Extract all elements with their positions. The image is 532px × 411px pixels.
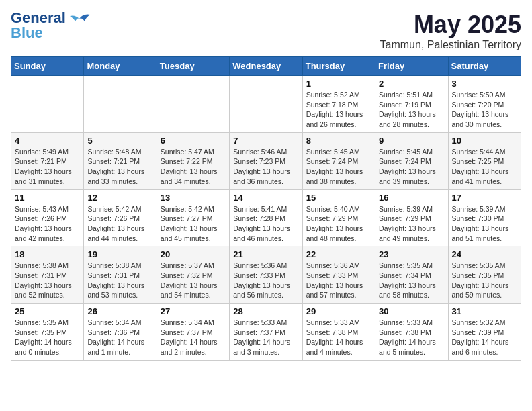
day-number: 15	[306, 193, 371, 203]
day-info: Sunrise: 5:38 AM Sunset: 7:31 PM Dayligh…	[15, 261, 80, 300]
day-number: 17	[452, 193, 517, 203]
day-info: Sunrise: 5:36 AM Sunset: 7:33 PM Dayligh…	[306, 261, 371, 300]
day-info: Sunrise: 5:45 AM Sunset: 7:24 PM Dayligh…	[379, 147, 444, 187]
day-info: Sunrise: 5:51 AM Sunset: 7:19 PM Dayligh…	[379, 90, 444, 130]
day-info: Sunrise: 5:44 AM Sunset: 7:25 PM Dayligh…	[452, 147, 517, 187]
day-info: Sunrise: 5:47 AM Sunset: 7:22 PM Dayligh…	[161, 147, 226, 187]
day-info: Sunrise: 5:32 AM Sunset: 7:39 PM Dayligh…	[452, 318, 517, 357]
day-info: Sunrise: 5:45 AM Sunset: 7:24 PM Dayligh…	[306, 147, 371, 187]
day-number: 29	[306, 306, 371, 316]
day-cell-15: 15Sunrise: 5:40 AM Sunset: 7:29 PM Dayli…	[302, 189, 375, 246]
day-number: 7	[233, 136, 298, 146]
day-cell-5: 5Sunrise: 5:48 AM Sunset: 7:21 PM Daylig…	[84, 132, 157, 189]
day-info: Sunrise: 5:50 AM Sunset: 7:20 PM Dayligh…	[452, 90, 517, 130]
day-info: Sunrise: 5:35 AM Sunset: 7:35 PM Dayligh…	[452, 261, 517, 300]
weekday-header-saturday: Saturday	[448, 57, 521, 76]
weekday-header-thursday: Thursday	[302, 57, 375, 76]
day-number: 18	[15, 249, 80, 259]
week-row-4: 18Sunrise: 5:38 AM Sunset: 7:31 PM Dayli…	[11, 246, 521, 304]
logo-text: GeneralBlue	[11, 11, 66, 40]
day-number: 23	[379, 249, 444, 259]
weekday-header-wednesday: Wednesday	[230, 57, 302, 76]
day-number: 2	[379, 79, 444, 89]
day-cell-4: 4Sunrise: 5:49 AM Sunset: 7:21 PM Daylig…	[11, 132, 84, 189]
day-info: Sunrise: 5:52 AM Sunset: 7:18 PM Dayligh…	[306, 90, 371, 130]
week-row-5: 25Sunrise: 5:35 AM Sunset: 7:35 PM Dayli…	[11, 304, 521, 361]
day-cell-2: 2Sunrise: 5:51 AM Sunset: 7:19 PM Daylig…	[375, 76, 448, 133]
day-info: Sunrise: 5:33 AM Sunset: 7:37 PM Dayligh…	[233, 318, 298, 357]
week-row-1: 1Sunrise: 5:52 AM Sunset: 7:18 PM Daylig…	[11, 76, 521, 133]
day-cell-3: 3Sunrise: 5:50 AM Sunset: 7:20 PM Daylig…	[448, 76, 521, 133]
day-info: Sunrise: 5:46 AM Sunset: 7:23 PM Dayligh…	[233, 147, 298, 187]
day-cell-9: 9Sunrise: 5:45 AM Sunset: 7:24 PM Daylig…	[375, 132, 448, 189]
day-info: Sunrise: 5:36 AM Sunset: 7:33 PM Dayligh…	[233, 261, 298, 300]
calendar-table: SundayMondayTuesdayWednesdayThursdayFrid…	[11, 56, 521, 361]
day-number: 1	[306, 79, 371, 89]
day-cell-18: 18Sunrise: 5:38 AM Sunset: 7:31 PM Dayli…	[11, 246, 84, 304]
location-title: Tammun, Palestinian Territory	[380, 39, 521, 51]
day-cell-22: 22Sunrise: 5:36 AM Sunset: 7:33 PM Dayli…	[302, 246, 375, 304]
weekday-header-tuesday: Tuesday	[157, 57, 229, 76]
day-cell-26: 26Sunrise: 5:34 AM Sunset: 7:36 PM Dayli…	[84, 304, 157, 361]
day-info: Sunrise: 5:35 AM Sunset: 7:35 PM Dayligh…	[15, 318, 80, 357]
day-info: Sunrise: 5:48 AM Sunset: 7:21 PM Dayligh…	[87, 147, 152, 187]
day-cell-12: 12Sunrise: 5:42 AM Sunset: 7:26 PM Dayli…	[84, 189, 157, 246]
day-number: 16	[379, 193, 444, 203]
weekday-header-row: SundayMondayTuesdayWednesdayThursdayFrid…	[11, 57, 521, 76]
logo: GeneralBlue	[11, 11, 91, 40]
weekday-header-sunday: Sunday	[11, 57, 84, 76]
day-cell-17: 17Sunrise: 5:39 AM Sunset: 7:30 PM Dayli…	[448, 189, 521, 246]
day-number: 8	[306, 136, 371, 146]
day-cell-16: 16Sunrise: 5:39 AM Sunset: 7:29 PM Dayli…	[375, 189, 448, 246]
day-info: Sunrise: 5:34 AM Sunset: 7:36 PM Dayligh…	[87, 318, 152, 357]
day-info: Sunrise: 5:39 AM Sunset: 7:30 PM Dayligh…	[452, 204, 517, 244]
day-number: 25	[15, 306, 80, 316]
page-header: GeneralBlue May 2025 Tammun, Palestinian…	[11, 11, 521, 51]
weekday-header-friday: Friday	[375, 57, 448, 76]
day-number: 19	[87, 249, 152, 259]
day-cell-20: 20Sunrise: 5:37 AM Sunset: 7:32 PM Dayli…	[157, 246, 229, 304]
day-number: 12	[87, 193, 152, 203]
day-cell-24: 24Sunrise: 5:35 AM Sunset: 7:35 PM Dayli…	[448, 246, 521, 304]
day-number: 31	[452, 306, 517, 316]
day-info: Sunrise: 5:38 AM Sunset: 7:31 PM Dayligh…	[87, 261, 152, 300]
day-info: Sunrise: 5:41 AM Sunset: 7:28 PM Dayligh…	[233, 204, 298, 244]
day-cell-14: 14Sunrise: 5:41 AM Sunset: 7:28 PM Dayli…	[230, 189, 302, 246]
day-number: 21	[233, 249, 298, 259]
weekday-header-monday: Monday	[84, 57, 157, 76]
day-info: Sunrise: 5:33 AM Sunset: 7:38 PM Dayligh…	[379, 318, 444, 357]
day-number: 10	[452, 136, 517, 146]
day-number: 30	[379, 306, 444, 316]
day-cell-31: 31Sunrise: 5:32 AM Sunset: 7:39 PM Dayli…	[448, 304, 521, 361]
day-info: Sunrise: 5:42 AM Sunset: 7:27 PM Dayligh…	[161, 204, 226, 244]
day-info: Sunrise: 5:33 AM Sunset: 7:38 PM Dayligh…	[306, 318, 371, 357]
day-number: 3	[452, 79, 517, 89]
day-number: 11	[15, 193, 80, 203]
day-number: 28	[233, 306, 298, 316]
day-cell-13: 13Sunrise: 5:42 AM Sunset: 7:27 PM Dayli…	[157, 189, 229, 246]
day-cell-11: 11Sunrise: 5:43 AM Sunset: 7:26 PM Dayli…	[11, 189, 84, 246]
day-cell-8: 8Sunrise: 5:45 AM Sunset: 7:24 PM Daylig…	[302, 132, 375, 189]
day-info: Sunrise: 5:37 AM Sunset: 7:32 PM Dayligh…	[161, 261, 226, 300]
day-number: 9	[379, 136, 444, 146]
day-cell-23: 23Sunrise: 5:35 AM Sunset: 7:34 PM Dayli…	[375, 246, 448, 304]
day-number: 4	[15, 136, 80, 146]
logo-bird-icon	[67, 12, 91, 32]
day-info: Sunrise: 5:39 AM Sunset: 7:29 PM Dayligh…	[379, 204, 444, 244]
day-info: Sunrise: 5:49 AM Sunset: 7:21 PM Dayligh…	[15, 147, 80, 187]
day-cell-27: 27Sunrise: 5:34 AM Sunset: 7:37 PM Dayli…	[157, 304, 229, 361]
day-cell-empty	[84, 76, 157, 133]
month-title: May 2025	[380, 11, 521, 39]
day-cell-28: 28Sunrise: 5:33 AM Sunset: 7:37 PM Dayli…	[230, 304, 302, 361]
calendar-body: 1Sunrise: 5:52 AM Sunset: 7:18 PM Daylig…	[11, 76, 521, 361]
day-info: Sunrise: 5:42 AM Sunset: 7:26 PM Dayligh…	[87, 204, 152, 244]
day-cell-10: 10Sunrise: 5:44 AM Sunset: 7:25 PM Dayli…	[448, 132, 521, 189]
day-cell-29: 29Sunrise: 5:33 AM Sunset: 7:38 PM Dayli…	[302, 304, 375, 361]
day-number: 26	[87, 306, 152, 316]
day-number: 13	[161, 193, 226, 203]
week-row-3: 11Sunrise: 5:43 AM Sunset: 7:26 PM Dayli…	[11, 189, 521, 246]
day-number: 22	[306, 249, 371, 259]
day-number: 6	[161, 136, 226, 146]
day-info: Sunrise: 5:40 AM Sunset: 7:29 PM Dayligh…	[306, 204, 371, 244]
day-cell-21: 21Sunrise: 5:36 AM Sunset: 7:33 PM Dayli…	[230, 246, 302, 304]
